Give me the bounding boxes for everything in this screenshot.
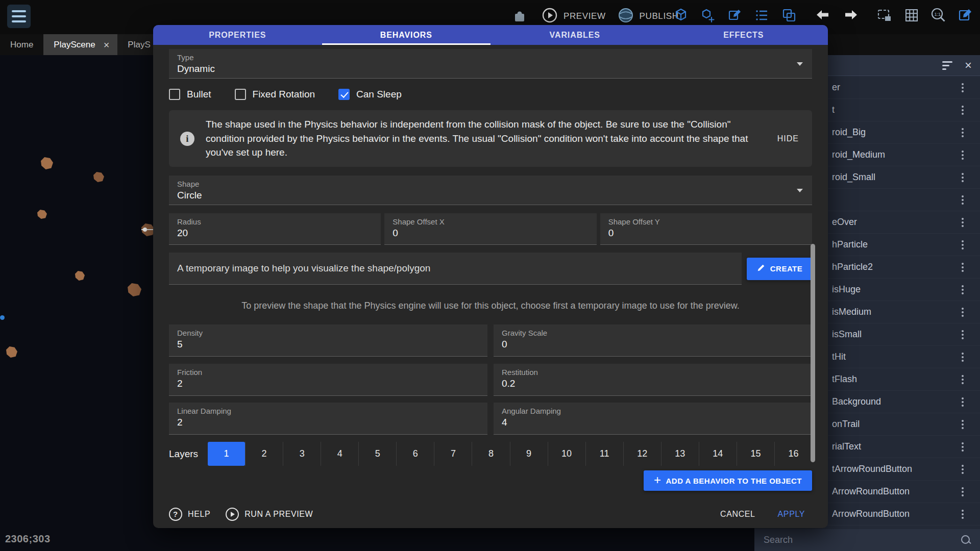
kebab-menu-icon[interactable] (958, 83, 968, 92)
tab-home[interactable]: Home (0, 34, 43, 55)
search-input[interactable] (764, 535, 961, 545)
layer-button-2[interactable]: 2 (245, 442, 283, 466)
shape-select[interactable]: Shape Circle (169, 176, 812, 205)
kebab-menu-icon[interactable] (958, 510, 968, 519)
layer-button-14[interactable]: 14 (699, 442, 737, 466)
kebab-menu-icon[interactable] (958, 465, 968, 474)
grid-icon[interactable] (901, 5, 922, 26)
preview-button[interactable]: PREVIEW (541, 7, 606, 27)
dialog-scrollbar[interactable] (811, 244, 815, 462)
offset-y-value: 0 (608, 228, 804, 239)
close-panel-icon[interactable]: × (965, 59, 972, 71)
type-select[interactable]: Type Dynamic (169, 49, 812, 79)
redo-icon[interactable] (840, 5, 861, 26)
close-tab-icon[interactable]: × (104, 40, 110, 50)
asteroid-sprite[interactable] (41, 157, 53, 169)
add-behavior-button[interactable]: + ADD A BEHAVIOR TO THE OBJECT (644, 470, 812, 491)
object-cube-icon[interactable] (671, 5, 691, 26)
kebab-menu-icon[interactable] (958, 442, 968, 452)
undo-icon[interactable] (813, 5, 834, 26)
kebab-menu-icon[interactable] (958, 397, 968, 407)
publish-button[interactable]: PUBLISH (617, 7, 679, 27)
selection-handle[interactable] (143, 228, 147, 232)
tab-behaviors[interactable]: BEHAVIORS (322, 25, 491, 45)
object-name: onTrail (832, 419, 958, 430)
object-name: ArrowRoundButton (832, 509, 958, 519)
fixed-rotation-checkbox[interactable]: Fixed Rotation (235, 89, 315, 100)
layer-button-16[interactable]: 16 (774, 442, 812, 466)
layer-button-7[interactable]: 7 (434, 442, 472, 466)
layer-button-9[interactable]: 9 (510, 442, 548, 466)
bullet-checkbox[interactable]: Bullet (169, 89, 211, 100)
edit-scene-icon[interactable] (955, 5, 976, 26)
kebab-menu-icon[interactable] (958, 308, 968, 317)
tab-variables[interactable]: VARIABLES (491, 25, 659, 45)
kebab-menu-icon[interactable] (958, 106, 968, 115)
angular-damping-field[interactable]: Angular Damping 4 (494, 403, 812, 435)
kebab-menu-icon[interactable] (958, 218, 968, 227)
temp-image-field[interactable]: A temporary image to help you visualize … (169, 253, 742, 285)
main-menu-icon[interactable] (7, 5, 31, 28)
layers-icon[interactable] (779, 5, 799, 26)
density-field[interactable]: Density 5 (169, 324, 487, 357)
layer-button-6[interactable]: 6 (396, 442, 434, 466)
cancel-button[interactable]: CANCEL (720, 510, 755, 519)
selection-point[interactable] (0, 315, 5, 320)
kebab-menu-icon[interactable] (958, 330, 968, 339)
can-sleep-checkbox[interactable]: Can Sleep (338, 89, 402, 100)
help-button[interactable]: ? HELP (169, 508, 210, 521)
kebab-menu-icon[interactable] (958, 285, 968, 294)
run-preview-button[interactable]: RUN A PREVIEW (226, 508, 313, 521)
layer-button-1[interactable]: 1 (208, 442, 245, 466)
layer-button-5[interactable]: 5 (358, 442, 396, 466)
kebab-menu-icon[interactable] (958, 487, 968, 496)
shape-offset-x-field[interactable]: Shape Offset X 0 (384, 213, 596, 245)
linear-damping-field[interactable]: Linear Damping 2 (169, 403, 487, 435)
asteroid-sprite[interactable] (93, 172, 104, 182)
create-button[interactable]: CREATE (747, 258, 812, 280)
restitution-field[interactable]: Restitution 0.2 (494, 364, 812, 396)
apply-button[interactable]: APPLY (778, 510, 805, 519)
zoom-1-1-icon[interactable]: 1:1 (928, 5, 949, 26)
kebab-menu-icon[interactable] (958, 151, 968, 160)
kebab-menu-icon[interactable] (958, 263, 968, 272)
search-icon[interactable] (961, 535, 972, 546)
layer-button-15[interactable]: 15 (737, 442, 774, 466)
capture-region-icon[interactable] (874, 5, 895, 26)
radius-field[interactable]: Radius 20 (169, 213, 381, 245)
layer-button-8[interactable]: 8 (472, 442, 509, 466)
layer-button-10[interactable]: 10 (548, 442, 585, 466)
tab-playscene[interactable]: PlayScene × (43, 34, 117, 55)
kebab-menu-icon[interactable] (958, 420, 968, 429)
layer-button-13[interactable]: 13 (661, 442, 699, 466)
svg-text:1:1: 1:1 (935, 12, 941, 17)
asteroid-sprite[interactable] (75, 271, 85, 281)
layer-button-3[interactable]: 3 (283, 442, 321, 466)
layer-button-4[interactable]: 4 (321, 442, 358, 466)
kebab-menu-icon[interactable] (958, 375, 968, 384)
asteroid-sprite[interactable] (128, 283, 141, 296)
offset-x-value: 0 (393, 228, 588, 239)
objects-list-icon[interactable] (752, 5, 772, 26)
filter-icon[interactable] (942, 61, 952, 70)
friction-field[interactable]: Friction 2 (169, 364, 487, 396)
tab-properties[interactable]: PROPERTIES (153, 25, 322, 45)
shape-offset-y-field[interactable]: Shape Offset Y 0 (600, 213, 812, 245)
kebab-menu-icon[interactable] (958, 173, 968, 182)
tab-effects[interactable]: EFFECTS (659, 25, 828, 45)
hide-button[interactable]: HIDE (777, 134, 799, 143)
add-object-icon[interactable] (698, 5, 718, 26)
asteroid-sprite[interactable] (6, 346, 17, 358)
edit-object-icon[interactable] (725, 5, 745, 26)
kebab-menu-icon[interactable] (958, 240, 968, 249)
angular-damping-label: Angular Damping (502, 407, 804, 415)
layer-button-12[interactable]: 12 (623, 442, 661, 466)
kebab-menu-icon[interactable] (958, 128, 968, 137)
info-icon: i (180, 132, 194, 146)
kebab-menu-icon[interactable] (958, 195, 968, 205)
extension-piece-icon[interactable] (509, 6, 530, 27)
gravity-scale-field[interactable]: Gravity Scale 0 (494, 324, 812, 357)
kebab-menu-icon[interactable] (958, 353, 968, 362)
layer-button-11[interactable]: 11 (585, 442, 623, 466)
asteroid-sprite[interactable] (37, 210, 47, 219)
